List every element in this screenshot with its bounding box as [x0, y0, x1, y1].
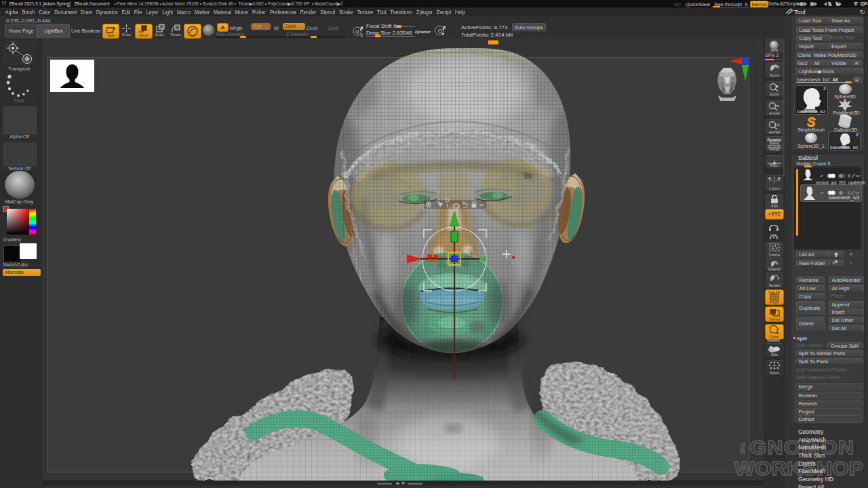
- svg-text:■: ■: [776, 84, 778, 88]
- svg-text:THE: THE: [739, 442, 746, 454]
- svg-text:AA: AA: [774, 123, 780, 127]
- svg-text:▭: ▭: [775, 103, 780, 108]
- svg-text:S: S: [360, 33, 363, 37]
